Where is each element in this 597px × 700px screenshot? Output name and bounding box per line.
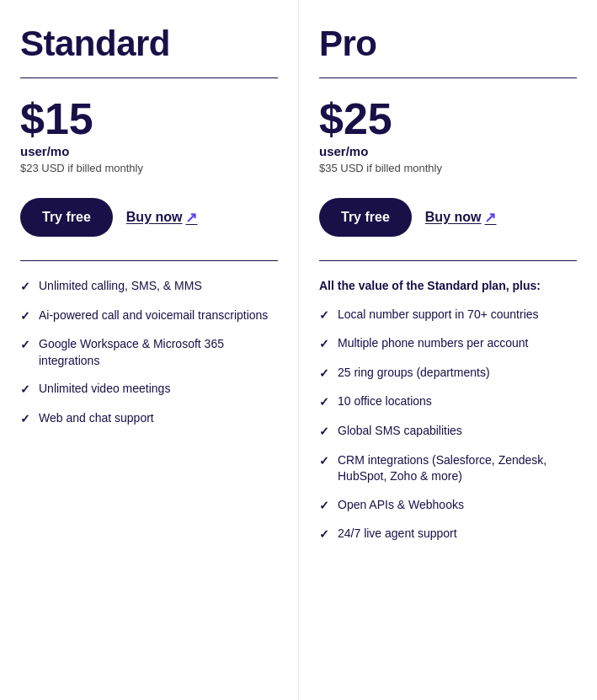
standard-buy-now-label: Buy now [126, 210, 183, 225]
list-item: ✓ Ai-powered call and voicemail transcri… [20, 307, 278, 325]
pro-buy-now-button[interactable]: Buy now ↗ [425, 209, 497, 227]
pro-buy-now-arrow-icon: ↗ [484, 209, 496, 227]
list-item: ✓ CRM integrations (Salesforce, Zendesk,… [319, 452, 577, 485]
list-item: ✓ Multiple phone numbers per account [319, 335, 577, 353]
pro-title-divider [319, 77, 577, 78]
standard-buy-now-arrow-icon: ↗ [185, 209, 197, 227]
check-icon: ✓ [319, 307, 329, 324]
check-icon: ✓ [20, 382, 30, 398]
pricing-container: Standard $15 user/mo $23 USD if billed m… [0, 0, 597, 700]
check-icon: ✓ [20, 279, 30, 296]
feature-text: 25 ring groups (departments) [338, 365, 490, 382]
check-icon: ✓ [319, 336, 329, 353]
list-item: ✓ 10 office locations [319, 393, 577, 411]
list-item: ✓ Open APIs & Webhooks [319, 497, 577, 515]
feature-text: 10 office locations [338, 393, 432, 410]
standard-billing-note: $23 USD if billed monthly [20, 162, 278, 174]
pro-billing-note: $35 USD if billed monthly [319, 162, 577, 174]
feature-text: Web and chat support [39, 410, 154, 427]
pro-price-amount: $25 [319, 97, 577, 141]
standard-features-divider [20, 260, 278, 261]
standard-features-list: ✓ Unlimited calling, SMS, & MMS ✓ Ai-pow… [20, 278, 278, 428]
pro-plan-column: Pro $25 user/mo $35 USD if billed monthl… [299, 0, 597, 700]
pro-button-row: Try free Buy now ↗ [319, 198, 577, 237]
list-item: ✓ Global SMS capabilities [319, 423, 577, 441]
feature-text: Multiple phone numbers per account [338, 335, 528, 352]
check-icon: ✓ [319, 526, 329, 543]
feature-text: CRM integrations (Salesforce, Zendesk, H… [338, 452, 577, 485]
feature-text: Open APIs & Webhooks [338, 497, 464, 514]
pro-features-intro: All the value of the Standard plan, plus… [319, 278, 577, 295]
pro-price-period: user/mo [319, 144, 577, 158]
standard-button-row: Try free Buy now ↗ [20, 198, 278, 237]
pro-features-list: ✓ Local number support in 70+ countries … [319, 307, 577, 543]
feature-text: Ai-powered call and voicemail transcript… [39, 307, 268, 324]
pro-features-divider [319, 260, 577, 261]
list-item: ✓ Unlimited calling, SMS, & MMS [20, 278, 278, 296]
list-item: ✓ 24/7 live agent support [319, 526, 577, 543]
pro-plan-title: Pro [319, 24, 577, 64]
standard-price-period: user/mo [20, 144, 278, 158]
standard-price-amount: $15 [20, 97, 278, 141]
check-icon: ✓ [319, 453, 329, 470]
check-icon: ✓ [20, 337, 30, 354]
feature-text: Global SMS capabilities [338, 423, 462, 440]
feature-text: Local number support in 70+ countries [338, 307, 539, 323]
standard-try-free-button[interactable]: Try free [20, 198, 113, 237]
list-item: ✓ Local number support in 70+ countries [319, 307, 577, 324]
feature-text: Google Workspace & Microsoft 365 integra… [39, 336, 278, 369]
check-icon: ✓ [319, 394, 329, 411]
check-icon: ✓ [319, 366, 329, 382]
list-item: ✓ Unlimited video meetings [20, 381, 278, 398]
standard-plan-column: Standard $15 user/mo $23 USD if billed m… [0, 0, 299, 700]
list-item: ✓ Google Workspace & Microsoft 365 integ… [20, 336, 278, 369]
pro-try-free-button[interactable]: Try free [319, 198, 412, 237]
feature-text: 24/7 live agent support [338, 526, 457, 542]
check-icon: ✓ [20, 411, 30, 428]
pro-buy-now-label: Buy now [425, 210, 482, 225]
check-icon: ✓ [20, 308, 30, 325]
check-icon: ✓ [319, 498, 329, 515]
feature-text: Unlimited video meetings [39, 381, 170, 398]
standard-buy-now-button[interactable]: Buy now ↗ [126, 209, 198, 227]
list-item: ✓ 25 ring groups (departments) [319, 365, 577, 382]
standard-title-divider [20, 77, 278, 78]
list-item: ✓ Web and chat support [20, 410, 278, 428]
feature-text: Unlimited calling, SMS, & MMS [39, 278, 202, 295]
standard-plan-title: Standard [20, 24, 278, 64]
check-icon: ✓ [319, 424, 329, 441]
